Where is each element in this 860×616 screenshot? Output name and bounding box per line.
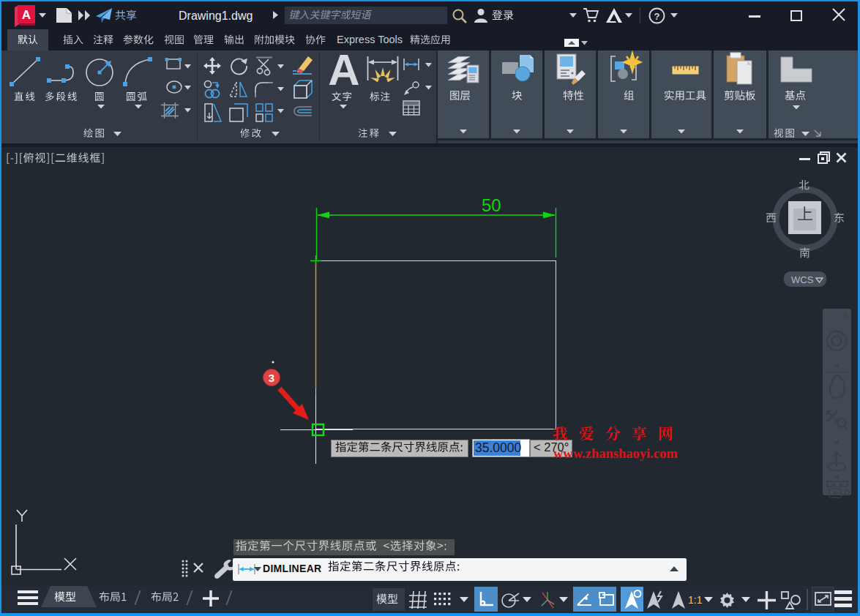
svg-text:A: A (328, 45, 359, 94)
svg-text:?: ? (654, 11, 660, 22)
svg-text:3: 3 (269, 372, 274, 384)
svg-text:A: A (22, 8, 31, 22)
svg-text:50: 50 (482, 195, 501, 215)
